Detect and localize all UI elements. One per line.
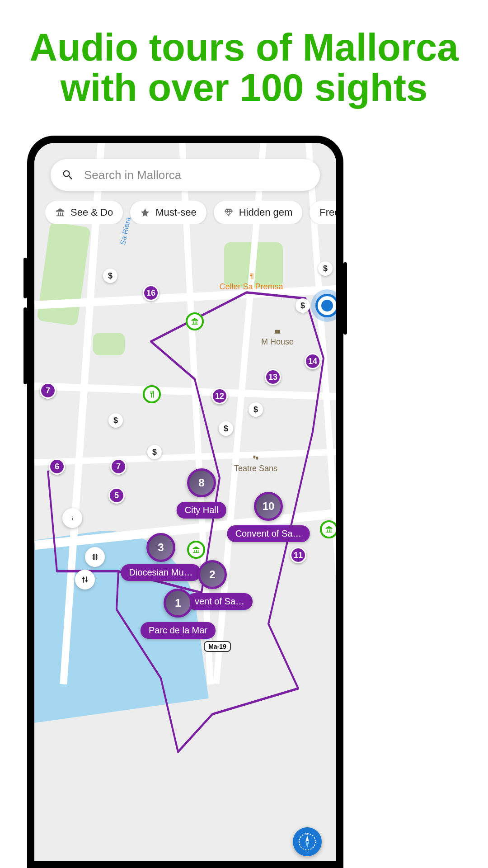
photo-bubble: 10 [254,492,283,521]
svg-text:N: N [306,833,309,836]
poi-name-label[interactable]: Diocesian Mu… [121,564,201,581]
promo-headline: Audio tours of Mallorca with over 100 si… [0,0,488,108]
route-stop-marker[interactable]: 14 [305,353,321,369]
filter-chip-free[interactable]: Free [310,201,336,224]
map-park [37,222,91,326]
photo-poi-marker[interactable]: 8 [187,468,216,497]
price-marker[interactable]: $ [147,445,162,459]
price-marker[interactable]: $ [296,298,310,313]
photo-poi-marker[interactable]: 1 [164,589,192,618]
filter-chip-see-do[interactable]: See & Do [45,201,123,224]
star-icon [140,208,150,217]
price-marker[interactable]: $ [219,421,233,436]
svg-marker-1 [305,835,309,842]
compass-icon: N [298,833,316,851]
search-icon [61,169,74,181]
compass-button[interactable]: N [293,827,322,856]
chip-label: Hidden gem [239,207,293,218]
poi-name-label[interactable]: City Hall [177,502,226,519]
svg-marker-2 [305,842,309,848]
poi-label-theater: Teatre Sans [234,454,277,473]
poi-pin[interactable] [186,312,204,330]
poi-label-hotel: M House [261,328,294,347]
phone-screen: Celler Sa Premsa M House Teatre Sans Sa … [34,143,336,861]
route-stop-marker[interactable]: 16 [143,285,159,301]
search-bar[interactable]: Search in Mallorca [51,159,320,191]
price-marker[interactable]: $ [318,261,333,276]
phone-volume-button [23,307,27,384]
photo-poi-marker[interactable]: 10 [254,492,283,521]
photo-bubble: 3 [146,533,175,562]
phone-power-button [343,262,347,335]
filter-chip-hidden-gem[interactable]: Hidden gem [214,201,303,224]
route-shield: Ma-19 [204,641,231,652]
filter-chip-row: See & Do Must-see Hidden gem Free [45,201,336,224]
phone-volume-button [23,258,27,298]
photo-bubble: 2 [198,560,227,589]
info-button[interactable] [62,508,82,528]
chip-label: Free [319,207,336,218]
sort-button[interactable] [75,570,95,590]
museum-icon [55,208,65,217]
poi-name-label[interactable]: Parc de la Mar [141,622,216,639]
photo-bubble: 1 [164,589,192,618]
route-stop-marker[interactable]: 5 [108,487,125,504]
map-park [93,333,125,355]
route-stop-marker[interactable]: 11 [290,547,306,563]
route-stop-marker[interactable]: 7 [40,382,56,399]
route-stop-marker[interactable]: 12 [211,388,228,404]
layers-button[interactable] [85,547,105,567]
price-marker[interactable]: $ [103,269,117,283]
phone-frame: Celler Sa Premsa M House Teatre Sans Sa … [27,136,343,868]
current-location-marker [315,294,336,317]
filter-chip-must-see[interactable]: Must-see [130,201,206,224]
price-marker[interactable]: $ [108,413,123,428]
chip-label: Must-see [155,207,196,218]
route-stop-marker[interactable]: 7 [110,458,127,475]
poi-name-label[interactable]: vent of Sa… [187,593,253,610]
diamond-icon [224,208,234,217]
chip-label: See & Do [70,207,113,218]
photo-poi-marker[interactable]: 3 [146,533,175,562]
route-stop-marker[interactable]: 13 [265,369,281,385]
poi-name-label[interactable]: Convent of Sa… [227,525,310,542]
poi-pin[interactable] [143,385,161,403]
price-marker[interactable]: $ [249,402,263,417]
photo-bubble: 8 [187,468,216,497]
poi-label-restaurant: Celler Sa Premsa [219,273,283,292]
route-stop-marker[interactable]: 6 [49,458,65,475]
photo-poi-marker[interactable]: 2 [198,560,227,589]
search-placeholder: Search in Mallorca [84,168,181,182]
poi-pin[interactable] [187,541,205,559]
poi-pin[interactable] [320,520,336,538]
